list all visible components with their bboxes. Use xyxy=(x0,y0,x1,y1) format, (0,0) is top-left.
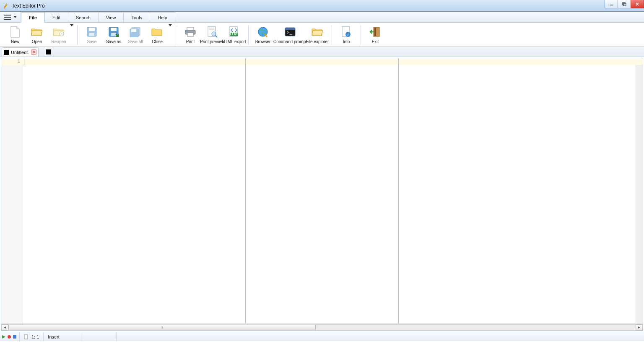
insert-mode: Insert xyxy=(48,334,60,339)
document-tab[interactable]: Untitled1 ✕ xyxy=(2,47,39,57)
svg-rect-15 xyxy=(187,33,193,36)
button-label: Reopen xyxy=(51,39,66,44)
tab-label: Tools xyxy=(131,15,142,20)
tab-search[interactable]: Search xyxy=(68,12,99,22)
button-label: Info xyxy=(343,39,350,44)
tab-label: File xyxy=(29,15,37,20)
tab-label: View xyxy=(106,15,116,20)
svg-text:HTML: HTML xyxy=(229,31,239,36)
tab-label: Search xyxy=(76,15,91,20)
new-tab-button[interactable] xyxy=(46,49,51,54)
page-guide-line xyxy=(245,58,246,323)
macro-play-icon[interactable] xyxy=(2,335,6,339)
exit-button[interactable]: Exit xyxy=(364,24,386,45)
menu-bar: File Edit Search View Tools Help xyxy=(0,12,644,23)
scrollbar-thumb[interactable] xyxy=(8,325,316,330)
button-label: Save all xyxy=(128,39,143,44)
command-prompt-button[interactable]: >_ Command prompt xyxy=(274,24,306,45)
browser-button[interactable]: Browser xyxy=(252,24,274,45)
svg-rect-6 xyxy=(89,33,94,36)
printer-icon xyxy=(184,26,197,38)
tab-label: Edit xyxy=(52,15,60,20)
document-status-icon xyxy=(24,334,29,339)
close-window-button[interactable] xyxy=(631,0,644,8)
chevron-down-icon xyxy=(13,16,17,18)
close-dropdown[interactable] xyxy=(168,24,172,26)
button-label: Browser xyxy=(255,39,271,44)
chevron-down-icon xyxy=(169,24,172,26)
macro-stop-icon[interactable] xyxy=(13,335,17,339)
ribbon-toolbar: New Open Reopen Save Save as xyxy=(0,23,644,47)
app-icon xyxy=(3,3,9,9)
horizontal-scrollbar[interactable]: ◄ ► xyxy=(1,323,643,331)
svg-rect-8 xyxy=(111,28,117,31)
button-label: Close xyxy=(152,39,163,44)
tab-help[interactable]: Help xyxy=(150,12,175,22)
main-menu-button[interactable] xyxy=(0,12,21,22)
folder-close-icon xyxy=(151,26,164,38)
open-button[interactable]: Open xyxy=(26,24,48,45)
exit-icon xyxy=(369,26,382,38)
svg-text:>_: >_ xyxy=(287,30,292,35)
reopen-dropdown[interactable] xyxy=(70,24,74,26)
html-export-icon: HTML xyxy=(228,26,240,38)
line-number-gutter: 1 xyxy=(1,58,23,323)
save-as-button[interactable]: Save as xyxy=(103,24,125,45)
document-tab-bar: Untitled1 ✕ xyxy=(0,47,644,57)
button-label: File explorer xyxy=(306,39,329,44)
svg-point-19 xyxy=(212,32,216,36)
folder-open-icon xyxy=(31,26,43,38)
svg-rect-2 xyxy=(623,3,626,6)
terminal-icon: >_ xyxy=(284,26,296,38)
save-icon xyxy=(86,26,98,38)
svg-rect-9 xyxy=(111,33,116,36)
print-button[interactable]: Print xyxy=(179,24,201,45)
cursor-position: 1: 1 xyxy=(31,334,39,339)
text-editor-area[interactable] xyxy=(23,58,636,323)
save-button[interactable]: Save xyxy=(81,24,103,45)
svg-rect-32 xyxy=(374,28,376,36)
html-export-button[interactable]: HTML HTML export xyxy=(223,24,245,45)
info-button[interactable]: i Info xyxy=(335,24,357,45)
tab-tools[interactable]: Tools xyxy=(123,12,150,22)
print-preview-button[interactable]: Print preview xyxy=(201,24,223,45)
chevron-down-icon xyxy=(70,24,73,26)
minimize-button[interactable] xyxy=(605,0,618,8)
svg-rect-5 xyxy=(89,28,95,31)
globe-icon xyxy=(257,26,269,38)
folder-icon xyxy=(311,26,324,38)
button-label: Print xyxy=(186,39,195,44)
svg-point-33 xyxy=(8,335,11,339)
tab-view[interactable]: View xyxy=(98,12,124,22)
tab-file[interactable]: File xyxy=(21,12,45,22)
new-file-icon xyxy=(9,26,21,38)
line-number: 1 xyxy=(1,59,20,64)
button-label: Save as xyxy=(106,39,121,44)
button-label: Open xyxy=(32,39,42,44)
maximize-button[interactable] xyxy=(618,0,631,8)
file-explorer-button[interactable]: File explorer xyxy=(306,24,328,45)
document-color-swatch xyxy=(4,50,9,55)
tab-edit[interactable]: Edit xyxy=(44,12,68,22)
macro-record-icon[interactable] xyxy=(7,335,11,339)
svg-rect-35 xyxy=(24,335,28,339)
document-tab-label: Untitled1 xyxy=(11,50,29,55)
button-label: HTML export xyxy=(222,39,246,44)
svg-line-20 xyxy=(216,36,217,37)
close-tab-button[interactable]: ✕ xyxy=(31,49,36,55)
button-label: Print preview xyxy=(200,39,224,44)
scroll-left-button[interactable]: ◄ xyxy=(1,324,8,331)
vertical-scrollbar[interactable] xyxy=(636,58,643,323)
reopen-button[interactable]: Reopen xyxy=(48,24,70,45)
folder-reopen-icon xyxy=(52,26,65,38)
svg-rect-34 xyxy=(13,335,16,339)
close-button[interactable]: Close xyxy=(146,24,168,45)
new-button[interactable]: New xyxy=(4,24,26,45)
button-label: Save xyxy=(87,39,97,44)
button-label: Exit xyxy=(372,39,379,44)
page-guide-line xyxy=(398,58,399,323)
tab-label: Help xyxy=(158,15,167,20)
save-all-button[interactable]: Save all xyxy=(125,24,146,45)
scroll-right-button[interactable]: ► xyxy=(636,324,643,331)
save-all-icon xyxy=(129,26,142,38)
